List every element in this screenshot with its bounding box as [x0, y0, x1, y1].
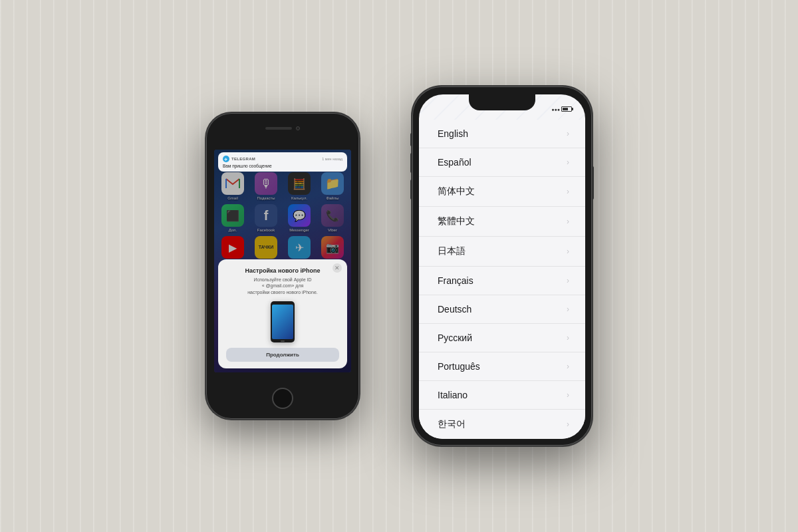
dialog-phone-illustration — [226, 301, 339, 342]
left-phone: ✈ TELEGRAM 1 мин назад Вам пришло сообще… — [206, 113, 359, 419]
setup-dialog-overlay: ✕ Настройка нового iPhone Используйте св… — [214, 150, 351, 372]
chevron-right-icon: › — [567, 247, 569, 256]
speaker — [265, 127, 292, 130]
power-button — [592, 166, 594, 200]
language-name: Italiano — [438, 390, 467, 400]
language-name: 한국어 — [438, 418, 466, 430]
language-name: English — [438, 128, 468, 139]
chevron-right-icon: › — [567, 217, 569, 226]
right-phone: ●●● English›Español›简体中文›繁體中文›日本語›França… — [412, 86, 592, 446]
dialog-close-button[interactable]: ✕ — [332, 263, 342, 273]
dialog-card: ✕ Настройка нового iPhone Используйте св… — [218, 259, 347, 368]
chevron-right-icon: › — [567, 129, 569, 138]
home-button[interactable] — [272, 388, 293, 409]
language-name: Português — [438, 361, 480, 372]
chevron-right-icon: › — [567, 333, 569, 342]
dialog-continue-button[interactable]: Продолжить — [226, 348, 339, 362]
chevron-right-icon: › — [567, 420, 569, 429]
notification-banner[interactable]: ✈ TELEGRAM 1 мин назад Вам пришло сообще… — [218, 152, 347, 172]
notif-time: 1 мин назад — [322, 157, 342, 161]
language-name: Español — [438, 157, 471, 168]
volume-up-button — [410, 153, 412, 173]
language-item[interactable]: 日本語› — [419, 237, 585, 267]
chevron-right-icon: › — [567, 158, 569, 167]
left-screen: ✈ TELEGRAM 1 мин назад Вам пришло сообще… — [214, 150, 351, 372]
language-name: 简体中文 — [438, 186, 475, 198]
telegram-icon: ✈ — [223, 156, 229, 162]
status-icons: ●●● — [551, 106, 575, 112]
language-list: English›Español›简体中文›繁體中文›日本語›Français›D… — [419, 113, 585, 439]
mute-switch — [410, 133, 412, 146]
language-item[interactable]: Português› — [419, 352, 585, 381]
language-item[interactable]: 简体中文› — [419, 177, 585, 207]
chevron-right-icon: › — [567, 187, 569, 196]
front-camera — [296, 126, 300, 130]
notif-message: Вам пришло сообщение — [223, 164, 342, 168]
chevron-right-icon: › — [567, 276, 569, 285]
language-item[interactable]: Deutsch› — [419, 295, 585, 324]
language-name: 繁體中文 — [438, 215, 475, 227]
language-item[interactable]: Français› — [419, 267, 585, 295]
chevron-right-icon: › — [567, 390, 569, 400]
language-item[interactable]: English› — [419, 120, 585, 148]
language-name: Deutsch — [438, 304, 471, 315]
language-item[interactable]: 한국어› — [419, 410, 585, 439]
volume-down-button — [410, 180, 412, 200]
language-item[interactable]: Español› — [419, 148, 585, 177]
notif-app-name: TELEGRAM — [231, 157, 255, 161]
notch — [469, 94, 535, 110]
language-item[interactable]: Русский› — [419, 324, 585, 352]
right-screen: ●●● English›Español›简体中文›繁體中文›日本語›França… — [419, 94, 585, 439]
battery-icon — [561, 106, 572, 112]
language-name: Русский — [438, 332, 472, 343]
language-name: 日本語 — [438, 245, 466, 257]
language-item[interactable]: Italiano› — [419, 381, 585, 410]
dialog-title: Настройка нового iPhone — [226, 267, 339, 274]
dialog-subtitle: Используйте свой Apple ID« @gmail.com» д… — [226, 277, 339, 296]
chevron-right-icon: › — [567, 362, 569, 371]
language-item[interactable]: 繁體中文› — [419, 207, 585, 237]
home-background: ✈ TELEGRAM 1 мин назад Вам пришло сообще… — [214, 150, 351, 372]
notif-app-info: ✈ TELEGRAM — [223, 156, 255, 162]
chevron-right-icon: › — [567, 305, 569, 314]
language-name: Français — [438, 275, 473, 286]
